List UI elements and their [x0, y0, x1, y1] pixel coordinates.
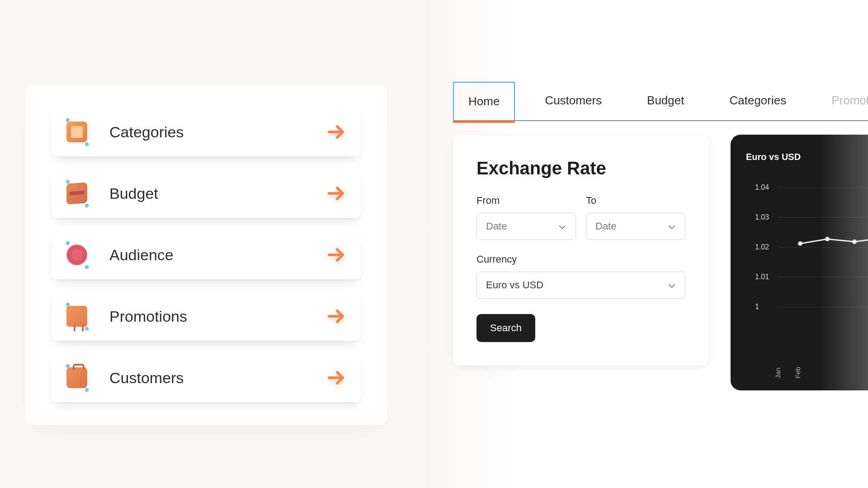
to-label: To — [586, 195, 685, 206]
tab-budget[interactable]: Budget — [632, 81, 699, 120]
sidebar-item-promotions[interactable]: Promotions — [52, 292, 361, 341]
chart-line — [787, 176, 868, 325]
svg-point-0 — [798, 241, 802, 246]
chevron-down-icon — [558, 222, 566, 230]
clipboard-icon — [64, 119, 90, 145]
tab-home[interactable]: Home — [453, 82, 515, 120]
sidebar-item-label: Categories — [109, 123, 184, 141]
arrow-right-icon — [327, 369, 345, 387]
currency-label: Currency — [476, 253, 685, 265]
y-axis-tick: 1.02 — [755, 243, 769, 251]
search-button[interactable]: Search — [476, 314, 535, 342]
x-axis-labels: Jan Feb — [778, 375, 797, 382]
svg-point-1 — [825, 237, 830, 241]
briefcase-icon — [64, 365, 90, 390]
currency-select[interactable]: Euro vs USD — [476, 272, 685, 299]
sidebar-item-label: Customers — [109, 369, 184, 387]
sidebar-panel: Categories Budget Audience — [25, 85, 387, 425]
from-date-select[interactable]: Date — [476, 213, 576, 240]
arrow-right-icon — [327, 123, 345, 141]
tab-promotion[interactable]: Promotion — [816, 81, 868, 120]
y-axis-tick: 1.01 — [755, 273, 769, 281]
sidebar-item-budget[interactable]: Budget — [52, 169, 361, 218]
to-placeholder: Date — [595, 221, 616, 232]
sidebar-item-label: Audience — [109, 246, 174, 264]
exchange-chart-card: Euro vs USD 1.04 1.03 1.02 1.01 1 Jan Fe… — [731, 135, 868, 390]
to-date-select[interactable]: Date — [586, 213, 685, 240]
target-icon — [64, 242, 90, 267]
sidebar-item-categories[interactable]: Categories — [52, 108, 361, 156]
currency-value: Euro vs USD — [486, 279, 543, 291]
from-label: From — [476, 195, 576, 206]
from-placeholder: Date — [486, 221, 507, 232]
chevron-down-icon — [668, 281, 676, 289]
sidebar-item-label: Promotions — [109, 308, 187, 325]
svg-point-2 — [852, 239, 857, 244]
tab-bar: Home Customers Budget Categories Promoti… — [453, 82, 868, 121]
wallet-icon — [64, 181, 90, 206]
tab-categories[interactable]: Categories — [714, 81, 802, 120]
arrow-right-icon — [327, 184, 345, 202]
chart-title: Euro vs USD — [746, 152, 868, 162]
chart-plot-area: 1.04 1.03 1.02 1.01 1 — [746, 176, 868, 325]
arrow-right-icon — [327, 246, 345, 264]
y-axis-tick: 1.03 — [755, 213, 769, 221]
exchange-rate-card: Exchange Rate From Date To Date Currency — [453, 136, 709, 366]
easel-icon — [64, 304, 90, 329]
y-axis-tick: 1 — [755, 303, 759, 311]
exchange-title: Exchange Rate — [476, 158, 685, 178]
sidebar-item-audience[interactable]: Audience — [52, 230, 361, 279]
chevron-down-icon — [668, 222, 676, 230]
sidebar-item-customers[interactable]: Customers — [52, 353, 361, 402]
sidebar-item-label: Budget — [109, 185, 158, 202]
tab-customers[interactable]: Customers — [529, 81, 617, 120]
y-axis-tick: 1.04 — [755, 183, 769, 192]
arrow-right-icon — [327, 307, 345, 325]
